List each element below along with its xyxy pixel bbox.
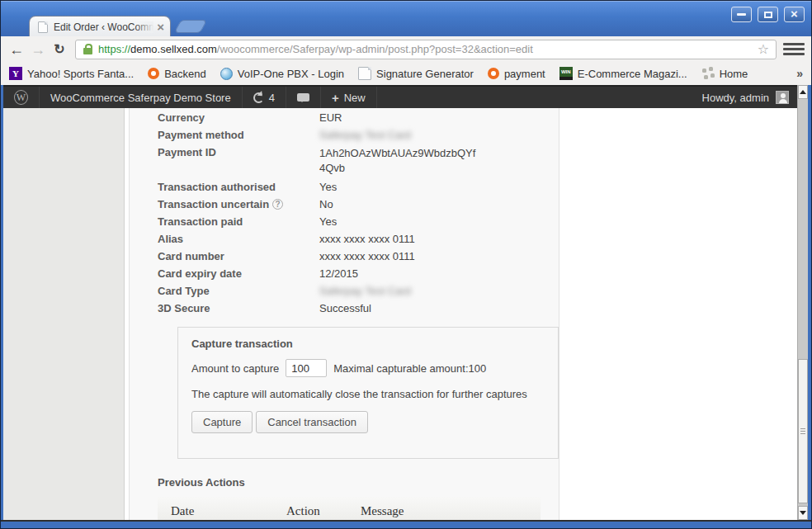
bookmark-home[interactable]: Home xyxy=(701,67,748,80)
payment-detail-row: Aliasxxxx xxxx xxxx 0111 xyxy=(158,230,559,248)
detail-label: Transaction uncertain? xyxy=(158,198,319,210)
detail-label: 3D Secure xyxy=(158,302,319,314)
browser-window: Edit Order ‹ WooCommerc × × ← → ↻ https:… xyxy=(0,0,812,529)
previous-actions-title: Previous Actions xyxy=(158,476,559,489)
close-button[interactable]: × xyxy=(784,7,805,22)
payment-detail-row: CurrencyEUR xyxy=(158,109,559,126)
payment-detail-row: Transaction uncertain?No xyxy=(158,196,559,213)
tab-title: Edit Order ‹ WooCommerc xyxy=(54,21,153,33)
new-content-menu[interactable]: +New xyxy=(321,87,377,108)
page-scrollbar[interactable] xyxy=(797,85,808,520)
bookmark-signature-generator[interactable]: Signature Generator xyxy=(358,67,474,80)
magento-icon xyxy=(148,68,159,79)
payment-detail-row: Card expiry date12/2015 xyxy=(158,265,559,282)
yahoo-icon: Y xyxy=(9,67,22,80)
minimize-button[interactable] xyxy=(731,7,752,22)
capture-button[interactable]: Capture xyxy=(191,411,253,433)
forward-button[interactable]: → xyxy=(27,39,49,60)
howdy-text: Howdy, admin xyxy=(702,92,769,104)
detail-value: Saferpay Test Card xyxy=(319,129,411,141)
scrollbar-grip xyxy=(800,428,805,436)
new-tab-button[interactable] xyxy=(174,20,208,33)
payment-detail-row: Card TypeSaferpay Test Card xyxy=(158,282,559,300)
amount-to-capture-input[interactable] xyxy=(286,359,327,377)
cancel-transaction-button[interactable]: Cancel transaction xyxy=(256,411,368,433)
bookmarks-overflow-icon[interactable]: » xyxy=(796,67,803,80)
bookmark-e-commerce-magazi[interactable]: WINE-Commerce Magazi... xyxy=(559,67,687,80)
scroll-down-button[interactable] xyxy=(798,506,808,520)
detail-label: Alias xyxy=(158,233,319,245)
bookmark-label: VoIP-One PBX - Login xyxy=(238,68,344,80)
close-icon: × xyxy=(791,7,798,20)
bookmark-payment[interactable]: payment xyxy=(488,68,545,80)
column-header-date: Date xyxy=(158,497,273,520)
bookmark-star-icon[interactable]: ☆ xyxy=(758,41,769,57)
detail-label: Card Type xyxy=(158,285,319,297)
bookmark-voip-one-pbx-login[interactable]: VoIP-One PBX - Login xyxy=(220,68,344,80)
scroll-up-button[interactable] xyxy=(798,85,808,99)
detail-label: Payment method xyxy=(158,129,319,141)
bookmark-yahoo-sports-fanta[interactable]: YYahoo! Sports Fanta... xyxy=(9,67,134,80)
page-left-margin xyxy=(3,108,125,520)
voip-icon xyxy=(220,68,233,80)
menu-icon[interactable] xyxy=(783,41,805,58)
magento-icon xyxy=(488,68,499,79)
detail-value: 1Ah2hOAzWbtAUAz9WbdzbQYf4Qvb xyxy=(319,146,478,176)
maximize-button[interactable] xyxy=(758,7,778,22)
detail-label: Payment ID xyxy=(158,146,319,176)
page-icon xyxy=(358,67,371,80)
scroll-up-icon xyxy=(800,87,806,94)
wordpress-logo-icon[interactable]: W xyxy=(3,87,40,108)
comments-menu[interactable] xyxy=(286,87,321,108)
detail-label: Card expiry date xyxy=(158,267,319,280)
bookmark-label: E-Commerce Magazi... xyxy=(578,68,687,80)
payment-detail-row: Payment methodSaferpay Test Card xyxy=(158,126,559,144)
plus-icon: + xyxy=(332,91,339,105)
help-icon[interactable]: ? xyxy=(272,199,283,210)
column-header-action: Action xyxy=(273,497,347,520)
detail-value: EUR xyxy=(319,111,342,124)
detail-value: Yes xyxy=(319,181,337,193)
bookmark-backend[interactable]: Backend xyxy=(148,68,206,80)
updates-menu[interactable]: 4 xyxy=(243,87,286,108)
browser-toolbar: ← → ↻ https://demo.sellxed.com/woocommer… xyxy=(1,36,811,62)
scrollbar-thumb[interactable] xyxy=(798,359,808,503)
updates-icon xyxy=(253,92,264,103)
bookmark-label: Home xyxy=(720,68,748,80)
detail-label: Currency xyxy=(158,111,319,124)
bookmark-label: Backend xyxy=(164,68,206,80)
account-menu[interactable]: Howdy, admin xyxy=(694,87,797,108)
detail-label: Transaction authorised xyxy=(158,181,319,193)
titlebar: Edit Order ‹ WooCommerc × × xyxy=(1,1,811,36)
browser-tab[interactable]: Edit Order ‹ WooCommerc × xyxy=(29,16,171,37)
tab-close-icon[interactable]: × xyxy=(157,21,164,33)
column-header-message: Message xyxy=(347,497,541,520)
detail-label: Transaction paid xyxy=(158,215,319,228)
site-name-menu[interactable]: WooCommerce Saferpay Demo Store xyxy=(40,87,243,108)
bookmarks-bar: YYahoo! Sports Fanta...BackendVoIP-One P… xyxy=(1,62,811,85)
previous-actions-table: DateActionMessage xyxy=(158,497,541,520)
minimize-icon xyxy=(737,13,746,16)
payment-details-table: CurrencyEURPayment methodSaferpay Test C… xyxy=(158,109,559,317)
reload-button[interactable]: ↻ xyxy=(49,39,70,60)
payment-detail-row: Payment ID1Ah2hOAzWbtAUAz9WbdzbQYf4Qvb xyxy=(158,144,559,178)
url-text: https://demo.sellxed.com/woocommerce/Saf… xyxy=(98,43,753,55)
https-lock-icon[interactable] xyxy=(83,48,92,54)
payment-details-panel: CurrencyEURPayment methodSaferpay Test C… xyxy=(129,108,559,520)
payment-detail-row: Transaction authorisedYes xyxy=(158,178,559,196)
detail-value: Successful xyxy=(319,302,371,314)
capture-section-title: Capture transaction xyxy=(191,338,545,350)
back-button[interactable]: ← xyxy=(6,39,27,60)
favicon-page-icon xyxy=(38,21,48,33)
bookmark-label: payment xyxy=(504,68,545,80)
bookmark-label: Signature Generator xyxy=(376,68,474,80)
bookmark-label: Yahoo! Sports Fanta... xyxy=(27,68,134,80)
payment-detail-row: Transaction paidYes xyxy=(158,213,559,230)
address-bar[interactable]: https://demo.sellxed.com/woocommerce/Saf… xyxy=(75,40,777,59)
detail-value: Saferpay Test Card xyxy=(319,285,411,297)
avatar xyxy=(776,91,789,104)
win-icon: WIN xyxy=(559,67,573,80)
scroll-down-icon xyxy=(800,511,806,518)
detail-value: 12/2015 xyxy=(319,267,358,280)
dots-icon xyxy=(701,67,715,80)
